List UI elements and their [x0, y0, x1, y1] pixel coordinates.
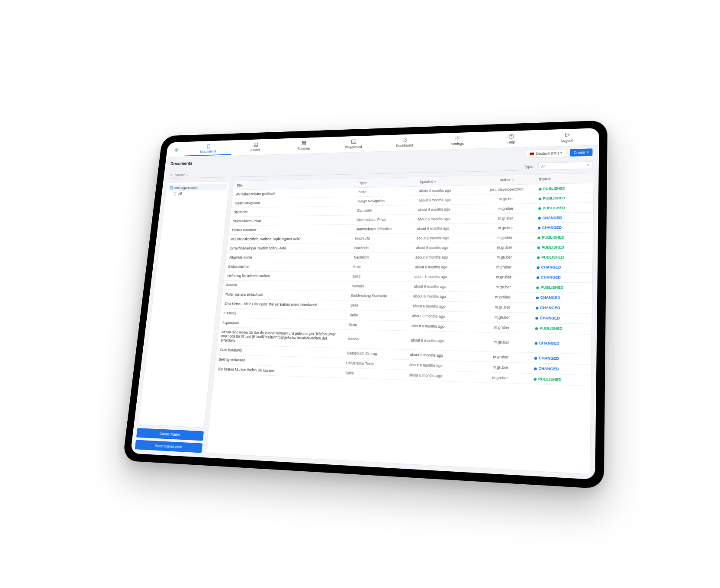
cell-updated: about 6 months ago — [415, 204, 478, 214]
tree-label: All — [178, 192, 182, 196]
cell-status: CHANGED — [534, 222, 593, 233]
nav-settings[interactable]: Settings — [431, 133, 485, 149]
tree-all[interactable]: All — [167, 190, 226, 197]
search-icon — [170, 173, 174, 177]
cell-author: m.gruber — [475, 262, 533, 272]
svg-rect-5 — [254, 143, 258, 146]
cell-author: juliandeveloper1503 — [478, 184, 535, 195]
cell-author: m.gruber — [477, 213, 534, 224]
create-label: Create — [574, 150, 585, 155]
status-dot-icon — [535, 307, 538, 309]
cell-author: m.gruber — [476, 233, 534, 243]
nav-schema[interactable]: Schema — [279, 138, 329, 153]
nav-label: Logout — [561, 138, 573, 142]
svg-point-12 — [456, 137, 458, 139]
th-status[interactable]: Status — [535, 173, 594, 184]
table-row[interactable]: Erreichbarkeit per Telefon oder E-MailNa… — [227, 242, 593, 253]
type-filter-value: All — [541, 164, 546, 169]
nav-label: Assets — [250, 148, 260, 152]
cell-author: m.gruber — [474, 282, 533, 292]
cell-status: CHANGED — [533, 262, 592, 273]
nav-label: Documents — [200, 149, 216, 153]
status-dot-icon — [534, 378, 537, 381]
cell-updated: about 6 months ago — [412, 243, 476, 252]
cell-updated: about 6 months ago — [414, 214, 478, 224]
cell-title: Erreichbarkeit per Telefon oder E-Mail — [227, 243, 352, 253]
cell-type: Startseite — [354, 205, 415, 215]
nav-assets[interactable]: Assets — [231, 140, 280, 155]
cell-author: m.gruber — [478, 194, 535, 204]
cell-author: m.gruber — [476, 252, 534, 262]
svg-rect-8 — [302, 143, 306, 144]
status-dot-icon — [538, 217, 540, 220]
cell-status: PUBLISHED — [534, 202, 593, 213]
cell-updated: about 6 months ago — [409, 301, 474, 312]
status-dot-icon — [536, 276, 539, 279]
create-button[interactable]: Create ▾ — [570, 148, 592, 157]
cell-author: m.gruber — [474, 292, 532, 303]
cell-updated: about 6 months ago — [413, 224, 477, 233]
cell-status: PUBLISHED — [535, 193, 594, 204]
sort-indicator-icon: ⇅ — [511, 179, 514, 182]
status-dot-icon — [534, 342, 537, 345]
content-body: test-organization All Create Folder Save… — [130, 173, 598, 479]
nav-dashboard[interactable]: Dashboard — [379, 134, 431, 150]
th-updated[interactable]: Updated▾ — [416, 176, 479, 186]
cell-updated: about 6 months ago — [415, 195, 478, 205]
nav-logout[interactable]: Logout — [539, 129, 595, 146]
status-dot-icon — [537, 227, 540, 229]
table-row[interactable]: EinbauküchenSeiteabout 6 months agom.gru… — [225, 262, 592, 272]
status-dot-icon — [539, 188, 541, 190]
image-icon — [253, 142, 258, 147]
create-folder-button[interactable]: Create Folder — [136, 428, 204, 441]
svg-rect-10 — [352, 140, 356, 144]
status-dot-icon — [535, 327, 538, 330]
cell-title: Stammdaten Privat — [229, 215, 354, 226]
terminal-icon — [351, 139, 357, 144]
svg-rect-9 — [302, 144, 306, 145]
svg-point-14 — [170, 174, 173, 176]
cell-author: m.gruber — [472, 322, 531, 333]
cell-status: CHANGED — [532, 303, 592, 314]
cell-status: PUBLISHED — [534, 232, 593, 243]
type-filter-select[interactable]: All ▾ — [538, 161, 592, 170]
documents-table: Title Type Updated▾ Author⇅ Status Wir h… — [206, 173, 594, 474]
cell-type: Banner — [344, 329, 408, 349]
cell-status: PUBLISHED — [531, 323, 591, 334]
cell-type: Nachricht — [351, 243, 413, 252]
cell-updated: about 6 months ago — [411, 262, 476, 272]
chevron-down-icon: ▾ — [560, 151, 562, 155]
table-row[interactable]: Altgeräte wohinNachrichtabout 6 months a… — [226, 252, 593, 262]
svg-point-1 — [176, 150, 177, 152]
logout-icon — [564, 131, 570, 137]
th-author[interactable]: Author⇅ — [479, 175, 535, 185]
status-dot-icon — [537, 236, 540, 239]
status-dot-icon — [537, 266, 539, 269]
help-icon — [508, 134, 515, 140]
cell-author: m.gruber — [475, 272, 533, 282]
nav-documents[interactable]: Documents — [184, 141, 232, 156]
th-type[interactable]: Type — [356, 177, 417, 188]
svg-rect-15 — [170, 187, 173, 189]
cell-updated: about 6 months ago — [407, 331, 472, 351]
cell-updated: about 6 months ago — [408, 311, 473, 322]
save-view-button[interactable]: Save current view — [135, 440, 203, 453]
cell-status: CHANGED — [534, 212, 593, 223]
document-icon — [206, 144, 212, 149]
sidebar-actions: Create Folder Save current view — [135, 428, 204, 453]
tree-label: test-organization — [174, 185, 198, 190]
nav-help[interactable]: Help — [484, 131, 539, 147]
cell-updated: about 6 months ago — [411, 272, 475, 282]
cell-type: Seite — [349, 272, 411, 281]
cell-title: Elektro Bäumker — [228, 224, 353, 235]
language-select[interactable]: Deutsch (DE) ▾ — [526, 149, 566, 158]
cell-status: CHANGED — [531, 313, 592, 324]
cell-type: Seite — [342, 368, 406, 380]
dashboard-icon — [402, 137, 408, 143]
nav-label: Help — [508, 140, 515, 144]
cell-type: Seite — [347, 300, 409, 311]
status-dot-icon — [534, 357, 537, 359]
nav-playground[interactable]: Playground — [328, 136, 379, 152]
cell-author: m.gruber — [477, 223, 534, 233]
status-dot-icon — [536, 286, 539, 289]
